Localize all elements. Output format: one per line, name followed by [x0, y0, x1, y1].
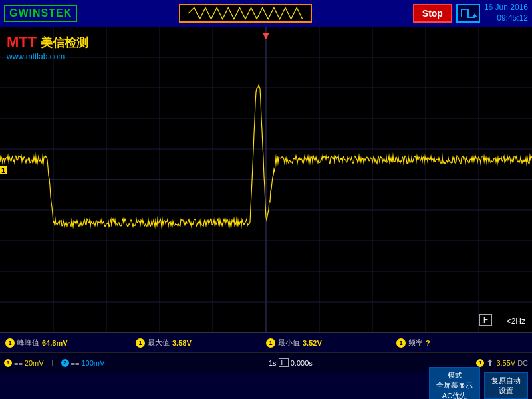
- datetime: 16 Jun 2016 09:45:12: [484, 3, 528, 23]
- trigger-icon[interactable]: [456, 4, 480, 23]
- ch1-meas-icon-vmin: 1: [266, 338, 275, 348]
- measurement-freq: 1 频率 ?: [396, 338, 527, 348]
- measurement-vpp: 1 峰峰值 64.8mV: [5, 338, 136, 348]
- trigger-ch-icon: 1: [476, 359, 484, 367]
- vpp-value: 64.8mV: [42, 339, 68, 347]
- ch1-meas-icon-vmax: 1: [136, 338, 145, 348]
- vmin-value: 3.52V: [303, 339, 322, 347]
- freq-display: <2Hz: [507, 317, 525, 326]
- vpp-label: 峰峰值: [17, 338, 39, 348]
- bottom-buttons: 模式 全屏慕显示 AC优先 复原自动 设置: [0, 372, 532, 399]
- ch2-status-icon: 2: [61, 359, 69, 367]
- ch2-status: 2 ≡≡ 100mV: [61, 359, 105, 367]
- ch1-status-value: 20mV: [25, 359, 44, 367]
- ch1-status: 1 ≡≡ 20mV: [4, 359, 44, 367]
- measurement-vmax: 1 最大值 3.58V: [136, 338, 266, 348]
- freq-value: ?: [426, 339, 430, 347]
- ch2-status-value: 100mV: [81, 359, 104, 367]
- waveform-canvas: [0, 27, 532, 332]
- restore-button[interactable]: 复原自动 设置: [484, 372, 528, 399]
- timebase-value: 1s: [269, 359, 277, 367]
- measurement-bar: 1 峰峰值 64.8mV 1 最大值 3.58V 1 最小值 3.52V 1 频…: [0, 332, 532, 352]
- freq-label: 频率: [408, 338, 423, 348]
- brand-url: www.mttlab.com: [7, 52, 88, 61]
- vmax-value: 3.58V: [172, 339, 192, 347]
- measurement-vmin: 1 最小值 3.52V: [266, 338, 396, 348]
- vmax-label: 最大值: [148, 338, 170, 348]
- logo: GWINSTEK: [4, 5, 77, 22]
- brand-mtt: MTT 美信检测: [7, 33, 88, 51]
- h-offset-value: 0.000s: [291, 359, 313, 367]
- stop-button[interactable]: Stop: [413, 4, 452, 23]
- trigger-val: 3.55V: [496, 359, 515, 367]
- ch-divider: [52, 360, 53, 366]
- svg-marker-0: [472, 13, 477, 17]
- ch1-meas-icon-vpp: 1: [5, 338, 15, 348]
- top-right-controls: Stop 16 Jun 2016 09:45:12: [413, 3, 528, 23]
- trigger-indicator: ▼: [261, 30, 271, 42]
- mode-button[interactable]: 模式 全屏慕显示 AC优先: [429, 367, 480, 399]
- scope-screen: MTT 美信检测 www.mttlab.com ▼ 1 F <2Hz: [0, 27, 532, 332]
- ch1-marker: 1: [0, 166, 7, 174]
- waveform-preview: [179, 4, 312, 23]
- trigger-status: 1 ⬆ 3.55V DC: [476, 358, 528, 368]
- f-marker: F: [479, 314, 492, 326]
- ch1-meas-icon-freq: 1: [396, 338, 406, 348]
- ch1-status-icon: 1: [4, 359, 12, 367]
- dc-label: DC: [517, 359, 528, 367]
- brand-overlay: MTT 美信检测 www.mttlab.com: [7, 33, 88, 61]
- top-bar: GWINSTEK Stop 16 Jun 2016 09:45:12: [0, 0, 532, 27]
- timebase-status: 1s H 0.000s: [269, 358, 313, 367]
- h-icon: H: [279, 358, 289, 367]
- vmin-label: 最小值: [278, 338, 300, 348]
